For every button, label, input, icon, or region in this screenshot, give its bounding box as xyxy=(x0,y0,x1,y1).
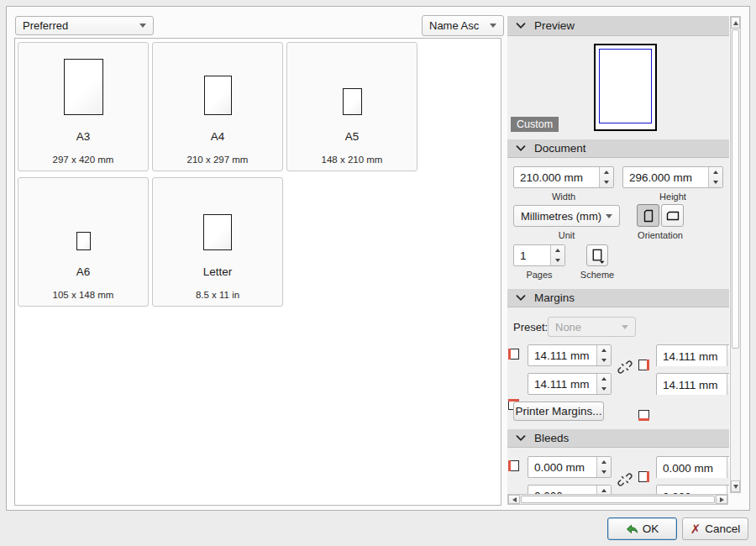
margin-top-field[interactable]: 14.111 mm xyxy=(528,373,612,395)
paper-size-name: A5 xyxy=(287,130,417,143)
spin-down-icon[interactable] xyxy=(709,177,722,187)
chevron-down-icon xyxy=(622,325,628,329)
page-preview xyxy=(594,44,657,131)
page-thumbnail xyxy=(343,88,362,115)
sort-order-dropdown[interactable]: Name Asc xyxy=(422,15,504,36)
spin-up-icon[interactable] xyxy=(597,486,611,494)
section-header-bleeds[interactable]: Bleeds xyxy=(507,429,729,448)
panel-horizontal-scrollbar[interactable] xyxy=(507,494,728,505)
page-thumbnail-box xyxy=(153,50,282,115)
paper-size-dims: 210 x 297 mm xyxy=(153,155,282,165)
ok-button[interactable]: OK xyxy=(607,517,677,540)
margin-right-field[interactable]: 14.111 mm xyxy=(656,344,729,366)
spin-up-icon[interactable] xyxy=(597,374,611,384)
height-field[interactable]: 296.000 mm xyxy=(622,166,723,188)
bleeds-section-body: 0.000 mm 0.000 mm 0.000 mm 0.000 mm xyxy=(507,448,729,494)
paper-size-name: A6 xyxy=(18,265,148,278)
page-thumbnail-box xyxy=(287,50,417,115)
paper-size-name: Letter xyxy=(153,265,282,278)
ok-icon xyxy=(626,522,638,535)
printer-margins-button[interactable]: Printer Margins... xyxy=(513,402,604,421)
chevron-down-icon xyxy=(516,295,526,302)
spin-down-icon[interactable] xyxy=(551,255,564,265)
orientation-label: Orientation xyxy=(622,230,699,240)
section-title: Document xyxy=(534,142,586,155)
landscape-orientation-button[interactable] xyxy=(661,204,684,227)
link-margins-toggle[interactable] xyxy=(617,360,633,377)
section-header-margins[interactable]: Margins xyxy=(507,289,729,307)
paper-size-item-a6[interactable]: A6 105 x 148 mm xyxy=(18,177,149,307)
scroll-right-icon[interactable] xyxy=(716,495,727,504)
margin-left-field[interactable]: 14.111 mm xyxy=(528,344,612,366)
scroll-up-icon[interactable] xyxy=(731,17,740,29)
margin-bottom-field[interactable]: 14.111 mm xyxy=(656,373,729,395)
spin-up-icon[interactable] xyxy=(551,245,564,255)
width-field[interactable]: 210.000 mm xyxy=(513,166,614,188)
spin-up-icon[interactable] xyxy=(597,457,611,467)
category-filter-dropdown[interactable]: Preferred xyxy=(15,16,154,35)
spin-down-icon[interactable] xyxy=(600,177,613,187)
paper-size-dims: 297 x 420 mm xyxy=(18,155,148,165)
spin-down-icon[interactable] xyxy=(727,356,729,366)
margin-bottom-icon xyxy=(638,410,649,421)
unit-dropdown[interactable]: Millimetres (mm) xyxy=(513,205,620,227)
paper-size-item-a3[interactable]: A3 297 x 420 mm xyxy=(18,42,149,171)
page-thumbnail-box xyxy=(18,50,148,115)
scroll-left-icon[interactable] xyxy=(508,495,520,504)
pages-field[interactable]: 1 xyxy=(513,244,565,266)
spin-up-icon[interactable] xyxy=(727,345,729,356)
page-scheme-icon xyxy=(590,248,606,264)
paper-size-dims: 8.5 x 11 in xyxy=(153,290,282,300)
page-thumbnail-box xyxy=(153,185,282,250)
preset-label: Preset: xyxy=(513,321,548,333)
sort-order-value: Name Asc xyxy=(429,19,490,32)
paper-size-item-a5[interactable]: A5 148 x 210 mm xyxy=(286,42,417,171)
spin-down-icon[interactable] xyxy=(597,467,611,477)
margin-right-icon xyxy=(638,360,649,370)
spin-up-icon[interactable] xyxy=(709,167,722,177)
width-label: Width xyxy=(513,192,614,202)
paper-size-dims: 148 x 210 mm xyxy=(287,155,417,165)
spin-down-icon[interactable] xyxy=(727,468,729,478)
bleed-left-field[interactable]: 0.000 mm xyxy=(528,456,612,478)
ok-label: OK xyxy=(643,522,659,535)
section-header-preview[interactable]: Preview xyxy=(507,16,729,36)
category-filter-value: Preferred xyxy=(23,19,139,32)
bleed-bottom-field[interactable]: 0.000 mm xyxy=(656,485,729,494)
cancel-button[interactable]: ✗ Cancel xyxy=(682,517,748,540)
paper-size-item-letter[interactable]: Letter 8.5 x 11 in xyxy=(152,177,283,307)
horizontal-scrollbar-thumb[interactable] xyxy=(521,496,715,503)
portrait-orientation-button[interactable] xyxy=(637,204,659,227)
spin-up-icon[interactable] xyxy=(597,345,611,355)
spin-up-icon[interactable] xyxy=(727,486,729,494)
spin-down-icon[interactable] xyxy=(727,385,729,395)
spin-up-icon[interactable] xyxy=(727,457,729,468)
margin-preset-dropdown: None xyxy=(548,317,636,337)
scroll-down-icon[interactable] xyxy=(731,480,740,492)
bleed-left-icon xyxy=(508,460,519,471)
vertical-scrollbar-thumb[interactable] xyxy=(732,29,739,349)
paper-size-name: A4 xyxy=(153,130,282,143)
scheme-button[interactable] xyxy=(586,244,608,266)
bleed-right-icon xyxy=(638,471,649,482)
spin-down-icon[interactable] xyxy=(597,355,611,365)
paper-size-item-a4[interactable]: A4 210 x 297 mm xyxy=(152,42,283,171)
broken-link-icon xyxy=(617,472,633,487)
chevron-down-icon xyxy=(139,24,146,28)
page-thumbnail-box xyxy=(18,185,148,250)
spin-up-icon[interactable] xyxy=(727,374,729,385)
bleed-right-field[interactable]: 0.000 mm xyxy=(656,456,729,478)
chevron-down-icon xyxy=(516,23,526,29)
bleed-top-field[interactable]: 0.000 mm xyxy=(528,485,612,494)
panel-vertical-scrollbar[interactable] xyxy=(730,16,741,493)
spin-down-icon[interactable] xyxy=(597,384,611,394)
spin-up-icon[interactable] xyxy=(600,167,613,177)
height-label: Height xyxy=(622,192,723,202)
section-header-document[interactable]: Document xyxy=(507,139,729,158)
page-thumbnail xyxy=(204,76,232,115)
paper-size-dims: 105 x 148 mm xyxy=(18,290,148,300)
chevron-down-icon xyxy=(516,145,526,152)
landscape-icon xyxy=(665,210,680,222)
link-bleeds-toggle[interactable] xyxy=(617,472,633,490)
section-title: Margins xyxy=(534,291,575,304)
